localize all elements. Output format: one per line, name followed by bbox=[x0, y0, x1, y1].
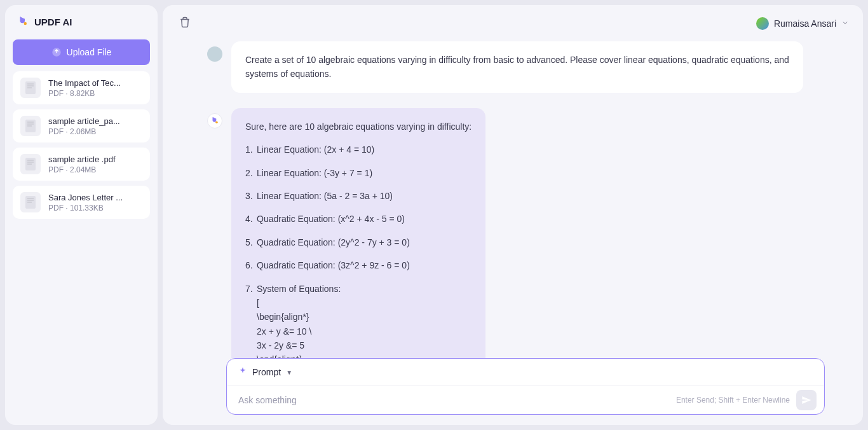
delete-button[interactable] bbox=[177, 14, 193, 32]
user-avatar bbox=[207, 46, 222, 62]
input-area: Prompt ▼ Enter Send; Shift + Enter Newli… bbox=[163, 358, 863, 425]
sparkle-icon bbox=[238, 366, 247, 378]
file-item[interactable]: sample article .pdf PDF · 2.04MB bbox=[13, 148, 150, 181]
ai-avatar-icon bbox=[207, 113, 222, 128]
file-info: sample article .pdf PDF · 2.04MB bbox=[48, 155, 142, 174]
list-item: 3.Linear Equation: (5a - 2 = 3a + 10) bbox=[245, 189, 471, 203]
list-item: 5.Quadratic Equation: (2y^2 - 7y + 3 = 0… bbox=[245, 235, 471, 249]
prompt-label: Prompt bbox=[252, 367, 281, 377]
file-name: Sara Jones Letter ... bbox=[48, 193, 142, 202]
svg-point-18 bbox=[215, 121, 218, 123]
app-logo-icon bbox=[17, 15, 29, 28]
sidebar-header: UPDF AI bbox=[13, 13, 150, 33]
ai-message-bubble: Sure, here are 10 algebraic equations va… bbox=[231, 108, 485, 358]
app-title: UPDF AI bbox=[34, 17, 72, 27]
sidebar: UPDF AI Upload File The Impact of Tec...… bbox=[5, 5, 158, 425]
file-list: The Impact of Tec... PDF · 8.82KB sample… bbox=[13, 71, 150, 219]
input-box: Prompt ▼ Enter Send; Shift + Enter Newli… bbox=[226, 358, 825, 415]
file-info: The Impact of Tec... PDF · 8.82KB bbox=[48, 78, 142, 98]
chat-area[interactable]: Create a set of 10 algebraic equations v… bbox=[163, 41, 863, 358]
main-panel: Rumaisa Ansari Create a set of 10 algebr… bbox=[163, 5, 863, 425]
user-name: Rumaisa Ansari bbox=[774, 18, 836, 29]
main-header: Rumaisa Ansari bbox=[163, 5, 863, 41]
input-row: Enter Send; Shift + Enter Newline bbox=[227, 386, 824, 414]
chevron-down-icon bbox=[841, 18, 849, 29]
document-icon bbox=[20, 78, 41, 98]
upload-file-button[interactable]: Upload File bbox=[13, 39, 150, 65]
prompt-selector[interactable]: Prompt ▼ bbox=[227, 359, 824, 386]
file-info: sample article_pa... PDF · 2.06MB bbox=[48, 116, 142, 136]
document-icon bbox=[20, 116, 41, 136]
ai-intro: Sure, here are 10 algebraic equations va… bbox=[245, 120, 471, 134]
caret-down-icon: ▼ bbox=[286, 369, 292, 376]
file-meta: PDF · 2.06MB bbox=[48, 127, 142, 136]
list-item: 1.Linear Equation: (2x + 4 = 10) bbox=[245, 142, 471, 156]
file-name: sample article_pa... bbox=[48, 116, 142, 126]
file-meta: PDF · 8.82KB bbox=[48, 89, 142, 98]
avatar bbox=[756, 17, 769, 30]
user-menu[interactable]: Rumaisa Ansari bbox=[756, 17, 849, 30]
file-item[interactable]: The Impact of Tec... PDF · 8.82KB bbox=[13, 71, 150, 104]
send-button[interactable] bbox=[796, 390, 817, 410]
list-item: 4.Quadratic Equation: (x^2 + 4x - 5 = 0) bbox=[245, 212, 471, 226]
user-message-row: Create a set of 10 algebraic equations v… bbox=[207, 41, 825, 93]
list-item: 7. System of Equations: [ \begin{align*}… bbox=[245, 282, 471, 358]
upload-button-label: Upload File bbox=[67, 47, 112, 57]
document-icon bbox=[20, 154, 41, 174]
file-item[interactable]: sample article_pa... PDF · 2.06MB bbox=[13, 109, 150, 142]
message-input[interactable] bbox=[238, 386, 676, 414]
upload-icon bbox=[51, 47, 62, 57]
file-item[interactable]: Sara Jones Letter ... PDF · 101.33KB bbox=[13, 186, 150, 219]
list-item: 6.Quadratic Equation: (3z^2 + 9z - 6 = 0… bbox=[245, 258, 471, 272]
file-name: sample article .pdf bbox=[48, 155, 142, 164]
file-meta: PDF · 101.33KB bbox=[48, 204, 142, 212]
user-message-bubble: Create a set of 10 algebraic equations v… bbox=[231, 41, 803, 93]
svg-point-0 bbox=[24, 22, 27, 25]
list-item: 2.Linear Equation: (-3y + 7 = 1) bbox=[245, 166, 471, 180]
file-meta: PDF · 2.04MB bbox=[48, 165, 142, 174]
ai-message-row: Sure, here are 10 algebraic equations va… bbox=[207, 108, 825, 358]
input-hint: Enter Send; Shift + Enter Newline bbox=[676, 396, 790, 405]
file-name: The Impact of Tec... bbox=[48, 78, 142, 88]
document-icon bbox=[20, 192, 41, 212]
file-info: Sara Jones Letter ... PDF · 101.33KB bbox=[48, 193, 142, 212]
